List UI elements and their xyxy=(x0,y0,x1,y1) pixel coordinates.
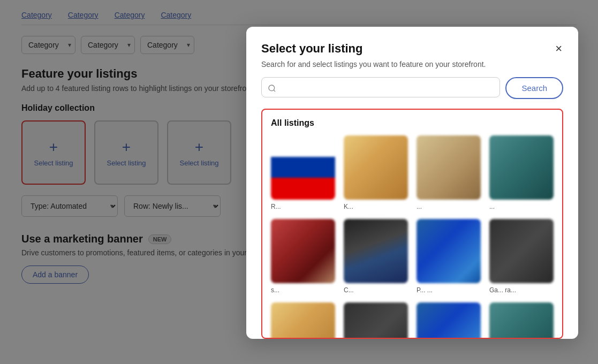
listing-item-7[interactable]: P... ... xyxy=(417,219,481,294)
listing-item-1[interactable]: R... xyxy=(271,135,335,210)
listing-thumb-9 xyxy=(271,302,335,339)
all-listings-label: All listings xyxy=(271,118,554,128)
svg-line-1 xyxy=(274,90,275,92)
svg-point-0 xyxy=(269,85,275,91)
search-row: Search xyxy=(261,77,563,99)
listing-item-11[interactable]: P... xyxy=(417,302,481,339)
listing-item-9[interactable]: ... xyxy=(271,302,335,339)
search-input[interactable] xyxy=(261,77,500,97)
modal-title: Select your listing xyxy=(261,42,363,56)
modal-close-button[interactable]: × xyxy=(554,42,563,56)
listing-item-4[interactable]: ... xyxy=(489,135,554,210)
listing-thumb-11 xyxy=(417,302,481,339)
listing-thumb-3 xyxy=(417,135,481,200)
listing-item-12[interactable]: Ga... xyxy=(489,302,554,339)
listing-label-5: s... xyxy=(271,286,335,294)
listings-grid-row3: ... C... P... Ga... xyxy=(271,302,554,339)
search-icon xyxy=(268,84,276,93)
listings-grid-row1: R... K... ... ... xyxy=(271,135,554,210)
listing-thumb-4 xyxy=(489,135,554,200)
modal-subtitle: Search for and select listings you want … xyxy=(261,60,563,69)
listing-label-2: K... xyxy=(344,203,408,210)
listing-thumb-6 xyxy=(344,219,408,283)
modal-header: Select your listing × xyxy=(261,42,563,56)
listing-label-3: ... xyxy=(417,203,481,210)
listing-thumb-7 xyxy=(417,219,481,283)
listing-thumb-5 xyxy=(271,219,335,283)
select-listing-modal: Select your listing × Search for and sel… xyxy=(246,27,578,339)
listing-label-6: C... xyxy=(344,286,408,294)
listing-thumb-8 xyxy=(489,219,554,283)
listing-thumb-1 xyxy=(271,135,335,200)
listing-thumb-12 xyxy=(489,302,554,339)
listing-label-4: ... xyxy=(489,203,554,210)
listing-item-5[interactable]: s... xyxy=(271,219,335,294)
listing-item-10[interactable]: C... xyxy=(344,302,408,339)
listing-label-8: Ga... ra... xyxy=(489,286,554,294)
listings-grid-row2: s... C... P... ... Ga... ra... xyxy=(271,219,554,294)
listing-item-3[interactable]: ... xyxy=(417,135,481,210)
listing-item-8[interactable]: Ga... ra... xyxy=(489,219,554,294)
listings-area[interactable]: All listings R... K... ... ... xyxy=(261,109,563,339)
listing-label-1: R... xyxy=(271,203,335,210)
listing-item-2[interactable]: K... xyxy=(344,135,408,210)
listing-item-6[interactable]: C... xyxy=(344,219,408,294)
search-button[interactable]: Search xyxy=(505,77,563,99)
listing-thumb-10 xyxy=(344,302,408,339)
listing-label-7: P... ... xyxy=(417,286,481,294)
listing-thumb-2 xyxy=(344,135,408,200)
search-input-wrap xyxy=(261,77,500,99)
